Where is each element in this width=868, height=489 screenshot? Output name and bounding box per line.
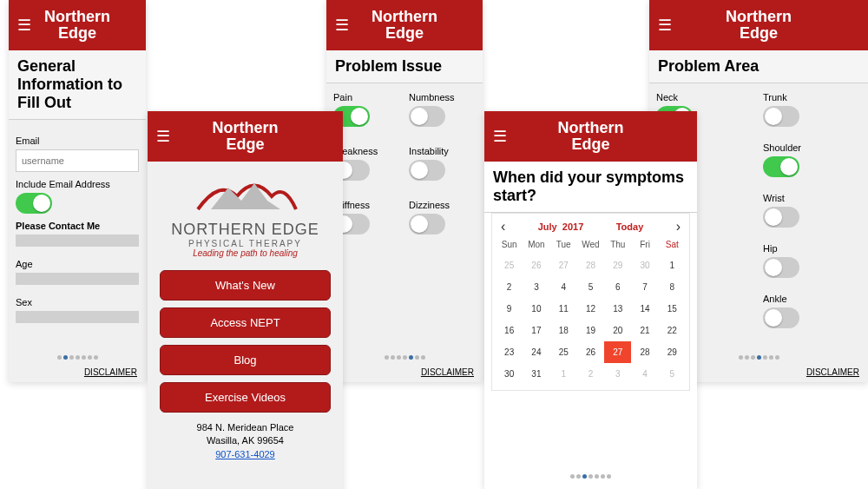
calendar-day[interactable]: 25 [496, 254, 523, 276]
calendar-day[interactable]: 3 [604, 363, 631, 385]
address-line2: Wasilla, AK 99654 [148, 434, 343, 447]
app-header: ☰ NorthernEdge [9, 0, 146, 50]
menu-icon[interactable]: ☰ [658, 16, 672, 35]
contact-label: Please Contact Me [16, 221, 139, 231]
access-nept-button[interactable]: Access NEPT [160, 307, 331, 338]
logo-tagline: Leading the path to healing [156, 248, 334, 258]
wrist-label: Wrist [763, 193, 861, 203]
trunk-toggle[interactable] [763, 106, 799, 127]
app-header: ☰ NorthernEdge [649, 0, 868, 50]
calendar-day[interactable]: 29 [604, 254, 631, 276]
calendar-day[interactable]: 7 [631, 276, 658, 298]
calendar-day[interactable]: 20 [604, 320, 631, 341]
screen-general-info: ☰ NorthernEdge General Information to Fi… [9, 0, 146, 382]
calendar-day[interactable]: 23 [496, 341, 523, 363]
calendar-day[interactable]: 30 [631, 254, 658, 276]
weakness-label: Weakness [333, 146, 400, 156]
phone-link[interactable]: 907-631-4029 [215, 449, 275, 459]
calendar-day[interactable]: 19 [577, 320, 604, 341]
calendar-day[interactable]: 26 [577, 341, 604, 363]
today-button[interactable]: Today [616, 221, 644, 232]
calendar-day[interactable]: 28 [631, 341, 658, 363]
shoulder-toggle[interactable] [763, 156, 799, 177]
calendar-day[interactable]: 16 [496, 320, 523, 341]
calendar-day[interactable]: 26 [523, 254, 549, 276]
instability-toggle[interactable] [409, 160, 445, 181]
calendar-day[interactable]: 30 [496, 363, 523, 385]
calendar-day[interactable]: 9 [496, 298, 523, 320]
email-field[interactable] [16, 149, 139, 172]
app-title-l2: Edge [58, 24, 96, 42]
calendar-day[interactable]: 5 [577, 276, 604, 298]
calendar-day[interactable]: 28 [577, 254, 604, 276]
exercise-videos-button[interactable]: Exercise Videos [160, 382, 331, 413]
calendar-day-selected[interactable]: 27 [604, 341, 631, 363]
menu-icon[interactable]: ☰ [17, 16, 31, 35]
calendar-day[interactable]: 4 [631, 363, 658, 385]
calendar-day[interactable]: 29 [659, 341, 686, 363]
sex-input[interactable] [16, 311, 139, 323]
wrist-toggle[interactable] [763, 207, 799, 228]
ankle-label: Ankle [763, 294, 861, 304]
ankle-toggle[interactable] [763, 307, 799, 328]
disclaimer-link[interactable]: DISCLAIMER [421, 367, 474, 377]
calendar-day[interactable]: 3 [523, 276, 549, 298]
calendar-day[interactable]: 17 [523, 320, 549, 341]
hip-label: Hip [763, 243, 861, 254]
page-title: Problem Area [649, 50, 868, 83]
sex-label: Sex [16, 297, 139, 307]
calendar-day[interactable]: 21 [631, 320, 658, 341]
calendar-day[interactable]: 10 [523, 298, 549, 320]
menu-icon[interactable]: ☰ [156, 127, 170, 146]
include-email-toggle[interactable] [16, 193, 52, 214]
age-input[interactable] [16, 273, 139, 285]
calendar-day[interactable]: 31 [523, 363, 549, 385]
page-dots [9, 347, 146, 363]
calendar: ‹ July 2017 Today › SunMonTueWedThuFriSa… [491, 213, 690, 391]
disclaimer-link[interactable]: DISCLAIMER [84, 367, 137, 377]
trunk-label: Trunk [763, 92, 861, 102]
calendar-day[interactable]: 6 [604, 276, 631, 298]
calendar-day[interactable]: 4 [550, 276, 577, 298]
dizziness-toggle[interactable] [409, 214, 445, 235]
app-header: ☰ NorthernEdge [484, 111, 697, 162]
calendar-grid: SunMonTueWedThuFriSat 2526272829301 2345… [496, 235, 686, 385]
disclaimer-link[interactable]: DISCLAIMER [806, 367, 859, 377]
calendar-day[interactable]: 14 [631, 298, 658, 320]
calendar-day[interactable]: 22 [659, 320, 686, 341]
calendar-day[interactable]: 27 [550, 254, 577, 276]
calendar-day[interactable]: 2 [577, 363, 604, 385]
hip-toggle[interactable] [763, 257, 799, 278]
app-header: ☰ NorthernEdge [148, 111, 343, 162]
page-title: When did your symptoms start? [484, 162, 697, 213]
page-title: General Information to Fill Out [9, 50, 146, 120]
shoulder-label: Shoulder [763, 142, 861, 153]
calendar-day[interactable]: 13 [604, 298, 631, 320]
calendar-day[interactable]: 18 [550, 320, 577, 341]
calendar-day[interactable]: 12 [577, 298, 604, 320]
calendar-day[interactable]: 2 [496, 276, 523, 298]
page-title: Problem Issue [326, 50, 483, 83]
chevron-left-icon[interactable]: ‹ [501, 219, 505, 235]
numbness-label: Numbness [409, 92, 476, 102]
menu-icon[interactable]: ☰ [335, 16, 349, 35]
cal-year: 2017 [562, 221, 583, 232]
whats-new-button[interactable]: What's New [160, 270, 331, 301]
calendar-day[interactable]: 25 [550, 341, 577, 363]
screen-symptom-start: ☰ NorthernEdge When did your symptoms st… [484, 111, 697, 489]
menu-icon[interactable]: ☰ [493, 127, 507, 146]
calendar-day[interactable]: 15 [659, 298, 686, 320]
blog-button[interactable]: Blog [160, 345, 331, 375]
calendar-day[interactable]: 24 [523, 341, 549, 363]
screen-home: ☰ NorthernEdge NORTHERN EDGE PHYSICAL TH… [148, 111, 343, 489]
chevron-right-icon[interactable]: › [676, 219, 681, 235]
cal-month: July [538, 221, 557, 232]
app-header: ☰ NorthernEdge [326, 0, 483, 50]
calendar-day[interactable]: 1 [659, 254, 686, 276]
calendar-day[interactable]: 5 [659, 363, 686, 385]
numbness-toggle[interactable] [409, 106, 445, 127]
calendar-day[interactable]: 1 [550, 363, 577, 385]
contact-input[interactable] [16, 235, 139, 247]
calendar-day[interactable]: 8 [659, 276, 686, 298]
calendar-day[interactable]: 11 [550, 298, 577, 320]
